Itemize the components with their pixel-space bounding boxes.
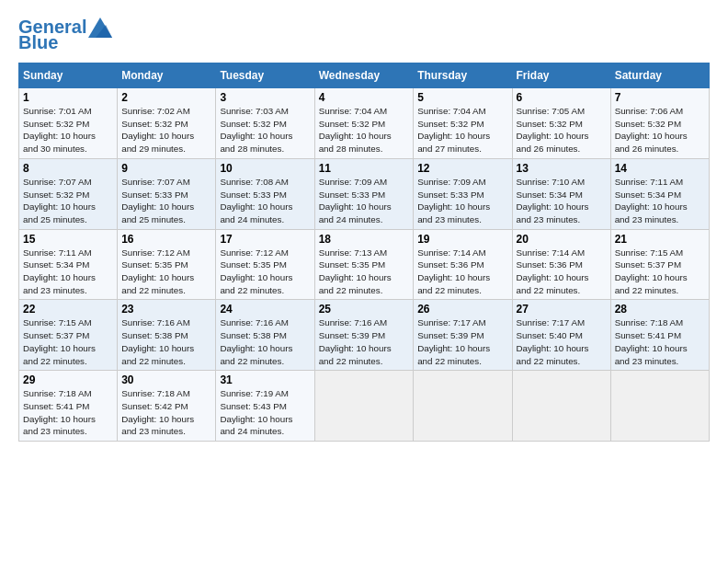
day-number: 5 [417, 91, 507, 104]
header-cell-tuesday: Tuesday [216, 63, 314, 88]
day-cell: 3Sunrise: 7:03 AM Sunset: 5:32 PM Daylig… [216, 88, 314, 159]
day-cell: 30Sunrise: 7:18 AM Sunset: 5:42 PM Dayli… [118, 371, 216, 442]
logo-icon [88, 17, 112, 38]
day-info: Sunrise: 7:10 AM Sunset: 5:34 PM Dayligh… [517, 176, 607, 226]
day-number: 3 [220, 91, 310, 104]
day-info: Sunrise: 7:06 AM Sunset: 5:32 PM Dayligh… [615, 105, 705, 155]
day-info: Sunrise: 7:12 AM Sunset: 5:35 PM Dayligh… [220, 247, 310, 297]
day-number: 22 [23, 303, 113, 316]
day-number: 12 [417, 162, 507, 175]
day-info: Sunrise: 7:07 AM Sunset: 5:33 PM Dayligh… [121, 176, 211, 226]
header-cell-monday: Monday [118, 63, 216, 88]
day-cell [610, 371, 709, 442]
day-number: 15 [23, 233, 113, 246]
day-info: Sunrise: 7:07 AM Sunset: 5:32 PM Dayligh… [23, 176, 113, 226]
day-cell: 5Sunrise: 7:04 AM Sunset: 5:32 PM Daylig… [414, 88, 512, 159]
day-number: 24 [220, 303, 310, 316]
day-number: 29 [23, 373, 113, 386]
header-cell-thursday: Thursday [414, 63, 512, 88]
day-info: Sunrise: 7:08 AM Sunset: 5:33 PM Dayligh… [220, 176, 310, 226]
day-number: 13 [517, 162, 607, 175]
day-number: 11 [319, 162, 410, 175]
day-cell: 31Sunrise: 7:19 AM Sunset: 5:43 PM Dayli… [216, 371, 314, 442]
header-cell-sunday: Sunday [19, 63, 118, 88]
day-cell: 9Sunrise: 7:07 AM Sunset: 5:33 PM Daylig… [118, 158, 216, 229]
day-number: 6 [517, 91, 607, 104]
day-info: Sunrise: 7:13 AM Sunset: 5:35 PM Dayligh… [319, 247, 410, 297]
header-cell-saturday: Saturday [610, 63, 709, 88]
day-info: Sunrise: 7:17 AM Sunset: 5:40 PM Dayligh… [517, 316, 607, 367]
calendar-body: 1Sunrise: 7:01 AM Sunset: 5:32 PM Daylig… [19, 88, 710, 442]
week-row-5: 29Sunrise: 7:18 AM Sunset: 5:41 PM Dayli… [19, 371, 710, 442]
day-info: Sunrise: 7:01 AM Sunset: 5:32 PM Dayligh… [23, 105, 113, 155]
day-info: Sunrise: 7:11 AM Sunset: 5:34 PM Dayligh… [23, 247, 113, 297]
day-info: Sunrise: 7:15 AM Sunset: 5:37 PM Dayligh… [615, 247, 705, 297]
day-cell: 12Sunrise: 7:09 AM Sunset: 5:33 PM Dayli… [414, 158, 512, 229]
day-cell: 7Sunrise: 7:06 AM Sunset: 5:32 PM Daylig… [610, 88, 709, 159]
header-row: SundayMondayTuesdayWednesdayThursdayFrid… [19, 63, 710, 88]
logo-blue: Blue [18, 32, 58, 53]
day-cell [314, 371, 414, 442]
week-row-3: 15Sunrise: 7:11 AM Sunset: 5:34 PM Dayli… [19, 229, 710, 300]
day-info: Sunrise: 7:04 AM Sunset: 5:32 PM Dayligh… [417, 105, 507, 155]
day-number: 21 [615, 233, 705, 246]
day-number: 26 [417, 303, 507, 316]
day-info: Sunrise: 7:12 AM Sunset: 5:35 PM Dayligh… [121, 247, 211, 297]
day-cell: 21Sunrise: 7:15 AM Sunset: 5:37 PM Dayli… [610, 229, 709, 300]
day-info: Sunrise: 7:16 AM Sunset: 5:38 PM Dayligh… [220, 316, 310, 367]
day-info: Sunrise: 7:15 AM Sunset: 5:37 PM Dayligh… [23, 316, 113, 367]
day-cell: 15Sunrise: 7:11 AM Sunset: 5:34 PM Dayli… [19, 229, 118, 300]
day-number: 1 [23, 91, 113, 104]
day-number: 25 [319, 303, 410, 316]
day-cell: 2Sunrise: 7:02 AM Sunset: 5:32 PM Daylig… [118, 88, 216, 159]
week-row-1: 1Sunrise: 7:01 AM Sunset: 5:32 PM Daylig… [19, 88, 710, 159]
day-cell: 10Sunrise: 7:08 AM Sunset: 5:33 PM Dayli… [216, 158, 314, 229]
day-info: Sunrise: 7:09 AM Sunset: 5:33 PM Dayligh… [319, 176, 410, 226]
page: General Blue SundayMondayTuesdayWednesda… [0, 0, 728, 451]
day-cell: 22Sunrise: 7:15 AM Sunset: 5:37 PM Dayli… [19, 300, 118, 371]
day-cell: 6Sunrise: 7:05 AM Sunset: 5:32 PM Daylig… [512, 88, 610, 159]
day-number: 2 [121, 91, 211, 104]
day-info: Sunrise: 7:05 AM Sunset: 5:32 PM Dayligh… [517, 105, 607, 155]
day-cell: 4Sunrise: 7:04 AM Sunset: 5:32 PM Daylig… [314, 88, 414, 159]
day-cell: 11Sunrise: 7:09 AM Sunset: 5:33 PM Dayli… [314, 158, 414, 229]
day-cell: 14Sunrise: 7:11 AM Sunset: 5:34 PM Dayli… [610, 158, 709, 229]
header: General Blue [18, 17, 710, 53]
day-number: 23 [121, 303, 211, 316]
day-info: Sunrise: 7:19 AM Sunset: 5:43 PM Dayligh… [220, 387, 310, 438]
day-number: 9 [121, 162, 211, 175]
day-info: Sunrise: 7:18 AM Sunset: 5:41 PM Dayligh… [615, 316, 705, 367]
day-info: Sunrise: 7:16 AM Sunset: 5:39 PM Dayligh… [319, 316, 410, 367]
day-number: 17 [220, 233, 310, 246]
day-info: Sunrise: 7:03 AM Sunset: 5:32 PM Dayligh… [220, 105, 310, 155]
day-cell: 20Sunrise: 7:14 AM Sunset: 5:36 PM Dayli… [512, 229, 610, 300]
day-info: Sunrise: 7:18 AM Sunset: 5:42 PM Dayligh… [121, 387, 211, 438]
day-number: 4 [319, 91, 410, 104]
calendar-header: SundayMondayTuesdayWednesdayThursdayFrid… [19, 63, 710, 88]
logo: General Blue [18, 17, 112, 53]
day-info: Sunrise: 7:14 AM Sunset: 5:36 PM Dayligh… [417, 247, 507, 297]
day-cell: 1Sunrise: 7:01 AM Sunset: 5:32 PM Daylig… [19, 88, 118, 159]
day-info: Sunrise: 7:02 AM Sunset: 5:32 PM Dayligh… [121, 105, 211, 155]
day-number: 16 [121, 233, 211, 246]
header-cell-wednesday: Wednesday [314, 63, 414, 88]
day-cell: 13Sunrise: 7:10 AM Sunset: 5:34 PM Dayli… [512, 158, 610, 229]
day-info: Sunrise: 7:14 AM Sunset: 5:36 PM Dayligh… [517, 247, 607, 297]
day-cell: 25Sunrise: 7:16 AM Sunset: 5:39 PM Dayli… [314, 300, 414, 371]
day-number: 20 [517, 233, 607, 246]
week-row-2: 8Sunrise: 7:07 AM Sunset: 5:32 PM Daylig… [19, 158, 710, 229]
day-cell: 28Sunrise: 7:18 AM Sunset: 5:41 PM Dayli… [610, 300, 709, 371]
day-cell [414, 371, 512, 442]
day-cell: 17Sunrise: 7:12 AM Sunset: 5:35 PM Dayli… [216, 229, 314, 300]
calendar-table: SundayMondayTuesdayWednesdayThursdayFrid… [18, 63, 710, 442]
day-cell: 16Sunrise: 7:12 AM Sunset: 5:35 PM Dayli… [118, 229, 216, 300]
day-cell [512, 371, 610, 442]
day-info: Sunrise: 7:16 AM Sunset: 5:38 PM Dayligh… [121, 316, 211, 367]
day-cell: 26Sunrise: 7:17 AM Sunset: 5:39 PM Dayli… [414, 300, 512, 371]
header-cell-friday: Friday [512, 63, 610, 88]
day-cell: 23Sunrise: 7:16 AM Sunset: 5:38 PM Dayli… [118, 300, 216, 371]
week-row-4: 22Sunrise: 7:15 AM Sunset: 5:37 PM Dayli… [19, 300, 710, 371]
day-cell: 27Sunrise: 7:17 AM Sunset: 5:40 PM Dayli… [512, 300, 610, 371]
day-cell: 29Sunrise: 7:18 AM Sunset: 5:41 PM Dayli… [19, 371, 118, 442]
day-number: 19 [417, 233, 507, 246]
